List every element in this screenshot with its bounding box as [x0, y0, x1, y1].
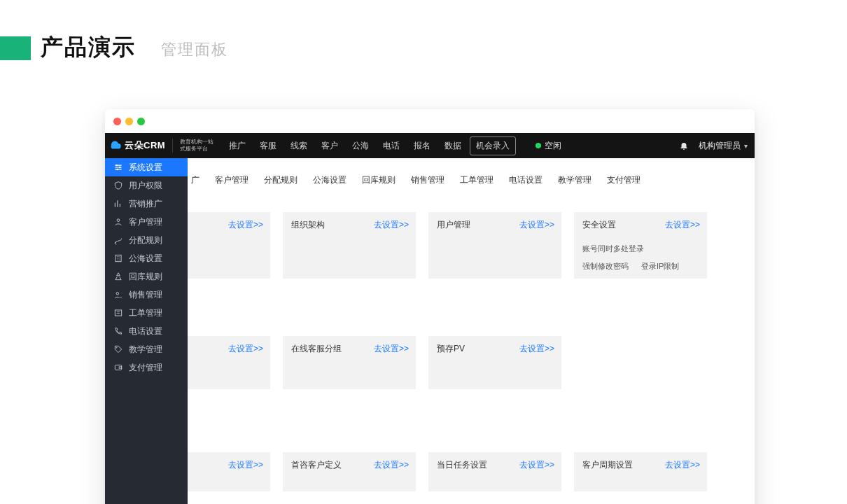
svg-point-3	[117, 219, 120, 222]
go-settings-link[interactable]: 去设置>>	[228, 343, 263, 355]
status-indicator[interactable]: 空闲	[536, 140, 561, 152]
route-icon	[113, 235, 123, 245]
card-sub-link[interactable]: 登录IP限制	[641, 261, 679, 272]
sidebar-item-payment[interactable]: 支付管理	[105, 358, 188, 377]
sidebar-item-sales[interactable]: 销售管理	[105, 286, 188, 304]
tab-item[interactable]: 客户管理	[207, 169, 256, 191]
card-row: 去设置>> 组织架构 去设置>> 用户管理 去设置>> 安全设置 去设置>>	[188, 212, 755, 279]
close-icon[interactable]	[113, 118, 121, 125]
settings-card-online-group: 在线客服分组 去设置>>	[283, 336, 416, 389]
sidebar-item-system-settings[interactable]: 系统设置	[105, 158, 188, 176]
go-settings-link[interactable]: 去设置>>	[228, 459, 263, 471]
status-text: 空闲	[545, 140, 561, 152]
card-sub-link[interactable]: 账号同时多处登录	[582, 244, 644, 254]
sidebar-item-customer[interactable]: 客户管理	[105, 213, 188, 231]
svg-point-0	[116, 164, 118, 166]
go-settings-link[interactable]: 去设置>>	[665, 459, 700, 471]
sidebar-item-user-permission[interactable]: 用户权限	[105, 176, 188, 195]
maximize-icon[interactable]	[137, 118, 145, 125]
settings-card-customer-cycle: 客户周期设置 去设置>>	[574, 452, 707, 491]
main-content: 广 客户管理 分配规则 公海设置 回库规则 销售管理 工单管理 电话设置 教学管…	[188, 158, 755, 504]
svg-rect-4	[115, 255, 121, 261]
tab-item[interactable]: 支付管理	[599, 169, 648, 191]
sidebar-item-label: 用户权限	[129, 180, 162, 192]
settings-card-org: 组织架构 去设置>>	[283, 212, 416, 279]
sidebar-item-return-rule[interactable]: 回库规则	[105, 267, 188, 286]
sidebar-item-ticket[interactable]: 工单管理	[105, 304, 188, 322]
heading-main: 产品演示	[41, 32, 136, 63]
sidebar-item-label: 支付管理	[129, 362, 162, 374]
nav-item[interactable]: 客服	[254, 137, 282, 155]
sidebar-item-assign-rule[interactable]: 分配规则	[105, 231, 188, 249]
app-logo: 云朵CRM 教育机构一站 式服务平台	[105, 139, 219, 153]
sidebar-item-teaching[interactable]: 教学管理	[105, 340, 188, 358]
phone-icon	[113, 326, 123, 336]
person-search-icon	[113, 290, 123, 300]
nav-item[interactable]: 线索	[285, 137, 313, 155]
tab-item[interactable]: 电话设置	[501, 169, 550, 191]
tab-item[interactable]: 公海设置	[305, 169, 354, 191]
nav-item[interactable]: 客户	[316, 137, 344, 155]
admin-menu[interactable]: 机构管理员 ▾	[699, 140, 748, 152]
card-title: 组织架构	[291, 220, 325, 230]
nav-item[interactable]: 数据	[439, 137, 467, 155]
sidebar-item-pool[interactable]: 公海设置	[105, 249, 188, 267]
card-title: 安全设置	[582, 220, 616, 230]
go-settings-link[interactable]: 去设置>>	[519, 459, 554, 471]
settings-card: 去设置>>	[188, 212, 270, 279]
nav-item[interactable]: 推广	[223, 137, 251, 155]
admin-label: 机构管理员	[699, 141, 741, 150]
card-title: 当日任务设置	[437, 460, 487, 470]
chart-icon	[113, 199, 123, 209]
nav-item[interactable]: 电话	[377, 137, 405, 155]
go-settings-link[interactable]: 去设置>>	[374, 219, 409, 231]
settings-card-daily-task: 当日任务设置 去设置>>	[428, 452, 561, 491]
settings-card-first-consult: 首咨客户定义 去设置>>	[283, 452, 416, 491]
tab-item[interactable]: 分配规则	[256, 169, 305, 191]
nav-item[interactable]: 报名	[408, 137, 436, 155]
page-heading: 产品演示 管理面板	[0, 0, 847, 35]
building-icon	[113, 253, 123, 263]
sidebar-item-label: 分配规则	[129, 234, 162, 246]
user-icon	[113, 217, 123, 227]
go-settings-link[interactable]: 去设置>>	[374, 343, 409, 355]
minimize-icon[interactable]	[125, 118, 133, 125]
ticket-icon	[113, 308, 123, 318]
card-sub-link[interactable]: 强制修改密码	[582, 261, 629, 272]
svg-point-7	[116, 347, 118, 349]
go-settings-link[interactable]: 去设置>>	[519, 343, 554, 355]
settings-card-pv: 预存PV 去设置>>	[428, 336, 561, 389]
tab-item[interactable]: 教学管理	[550, 169, 599, 191]
tab-item[interactable]: 回库规则	[354, 169, 403, 191]
logo-tagline: 教育机构一站 式服务平台	[180, 139, 214, 152]
go-settings-link[interactable]: 去设置>>	[665, 219, 700, 231]
app-body: 系统设置 用户权限 营销推广 客户管理 分配规则 公海设置	[105, 158, 755, 504]
go-settings-link[interactable]: 去设置>>	[519, 219, 554, 231]
sidebar-item-phone[interactable]: 电话设置	[105, 322, 188, 340]
tab-cropped[interactable]: 广	[188, 169, 207, 191]
go-settings-link[interactable]: 去设置>>	[228, 219, 263, 231]
sidebar-item-label: 销售管理	[129, 289, 162, 301]
settings-card-security: 安全设置 去设置>> 账号同时多处登录 强制修改密码 登录IP限制	[574, 212, 707, 279]
svg-point-1	[119, 167, 120, 168]
tag-icon	[113, 344, 123, 354]
sidebar-item-label: 系统设置	[129, 162, 162, 174]
recycle-icon	[113, 272, 123, 281]
tab-item[interactable]: 工单管理	[452, 169, 501, 191]
app-window: 云朵CRM 教育机构一站 式服务平台 推广 客服 线索 客户 公海 电话 报名 …	[105, 109, 755, 504]
record-button[interactable]: 机会录入	[470, 136, 516, 155]
svg-point-2	[117, 169, 118, 170]
sliders-icon	[113, 162, 123, 172]
settings-card: 去设置>>	[188, 452, 270, 491]
card-row: 去设置>> 在线客服分组 去设置>> 预存PV 去设置>>	[188, 336, 755, 389]
svg-rect-8	[115, 365, 121, 370]
sidebar-item-label: 教学管理	[129, 344, 162, 356]
card-title: 首咨客户定义	[291, 460, 342, 470]
bell-icon[interactable]	[679, 141, 689, 150]
sidebar: 系统设置 用户权限 营销推广 客户管理 分配规则 公海设置	[105, 158, 188, 504]
nav-item[interactable]: 公海	[346, 137, 374, 155]
sub-tabs: 广 客户管理 分配规则 公海设置 回库规则 销售管理 工单管理 电话设置 教学管…	[188, 161, 755, 191]
sidebar-item-marketing[interactable]: 营销推广	[105, 195, 188, 213]
tab-item[interactable]: 销售管理	[403, 169, 452, 191]
go-settings-link[interactable]: 去设置>>	[374, 459, 409, 471]
